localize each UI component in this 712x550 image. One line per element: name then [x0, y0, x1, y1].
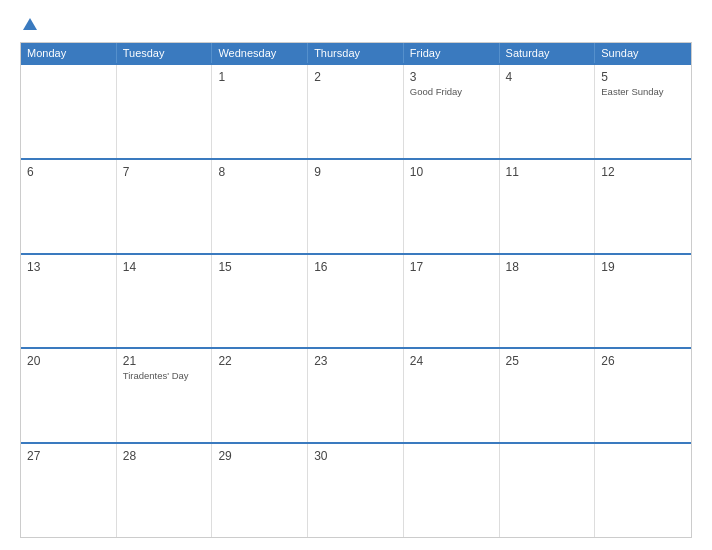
- holiday-label: Tiradentes' Day: [123, 370, 206, 382]
- day-number: 11: [506, 165, 589, 179]
- cal-cell: 17: [404, 255, 500, 348]
- day-number: 22: [218, 354, 301, 368]
- week-row-5: 27282930: [21, 442, 691, 537]
- cal-cell: [21, 65, 117, 158]
- header-cell-monday: Monday: [21, 43, 117, 63]
- cal-cell: 6: [21, 160, 117, 253]
- cal-cell: 2: [308, 65, 404, 158]
- day-number: 28: [123, 449, 206, 463]
- cal-cell: 12: [595, 160, 691, 253]
- header-cell-wednesday: Wednesday: [212, 43, 308, 63]
- day-number: 14: [123, 260, 206, 274]
- header-cell-sunday: Sunday: [595, 43, 691, 63]
- day-number: 30: [314, 449, 397, 463]
- cal-cell: [117, 65, 213, 158]
- day-number: 25: [506, 354, 589, 368]
- day-number: 24: [410, 354, 493, 368]
- header-cell-friday: Friday: [404, 43, 500, 63]
- week-row-4: 2021Tiradentes' Day2223242526: [21, 347, 691, 442]
- day-number: 12: [601, 165, 685, 179]
- cal-cell: 30: [308, 444, 404, 537]
- cal-cell: 26: [595, 349, 691, 442]
- cal-cell: 3Good Friday: [404, 65, 500, 158]
- week-row-1: 123Good Friday45Easter Sunday: [21, 63, 691, 158]
- cal-cell: 4: [500, 65, 596, 158]
- cal-cell: 28: [117, 444, 213, 537]
- day-number: 1: [218, 70, 301, 84]
- day-number: 15: [218, 260, 301, 274]
- day-number: 3: [410, 70, 493, 84]
- cal-cell: 19: [595, 255, 691, 348]
- calendar-header-row: MondayTuesdayWednesdayThursdayFridaySatu…: [21, 43, 691, 63]
- cal-cell: 14: [117, 255, 213, 348]
- cal-cell: [500, 444, 596, 537]
- day-number: 26: [601, 354, 685, 368]
- day-number: 20: [27, 354, 110, 368]
- day-number: 7: [123, 165, 206, 179]
- day-number: 13: [27, 260, 110, 274]
- day-number: 6: [27, 165, 110, 179]
- cal-cell: 9: [308, 160, 404, 253]
- cal-cell: 11: [500, 160, 596, 253]
- cal-cell: 20: [21, 349, 117, 442]
- holiday-label: Easter Sunday: [601, 86, 685, 98]
- cal-cell: 7: [117, 160, 213, 253]
- cal-cell: 23: [308, 349, 404, 442]
- day-number: 4: [506, 70, 589, 84]
- week-row-3: 13141516171819: [21, 253, 691, 348]
- cal-cell: 27: [21, 444, 117, 537]
- cal-cell: 10: [404, 160, 500, 253]
- day-number: 23: [314, 354, 397, 368]
- day-number: 21: [123, 354, 206, 368]
- holiday-label: Good Friday: [410, 86, 493, 98]
- header-cell-thursday: Thursday: [308, 43, 404, 63]
- day-number: 9: [314, 165, 397, 179]
- calendar-body: 123Good Friday45Easter Sunday67891011121…: [21, 63, 691, 537]
- day-number: 29: [218, 449, 301, 463]
- day-number: 10: [410, 165, 493, 179]
- cal-cell: 8: [212, 160, 308, 253]
- cal-cell: 16: [308, 255, 404, 348]
- cal-cell: 22: [212, 349, 308, 442]
- day-number: 18: [506, 260, 589, 274]
- day-number: 19: [601, 260, 685, 274]
- calendar-page: MondayTuesdayWednesdayThursdayFridaySatu…: [0, 0, 712, 550]
- cal-cell: 29: [212, 444, 308, 537]
- logo-stack: [20, 18, 37, 32]
- cal-cell: 13: [21, 255, 117, 348]
- day-number: 8: [218, 165, 301, 179]
- calendar: MondayTuesdayWednesdayThursdayFridaySatu…: [20, 42, 692, 538]
- cal-cell: 1: [212, 65, 308, 158]
- cal-cell: 5Easter Sunday: [595, 65, 691, 158]
- logo: [20, 18, 37, 32]
- cal-cell: [404, 444, 500, 537]
- week-row-2: 6789101112: [21, 158, 691, 253]
- day-number: 2: [314, 70, 397, 84]
- cal-cell: 21Tiradentes' Day: [117, 349, 213, 442]
- header: [20, 18, 692, 32]
- cal-cell: 18: [500, 255, 596, 348]
- cal-cell: 15: [212, 255, 308, 348]
- logo-triangle-icon: [23, 18, 37, 30]
- day-number: 17: [410, 260, 493, 274]
- day-number: 5: [601, 70, 685, 84]
- header-cell-tuesday: Tuesday: [117, 43, 213, 63]
- cal-cell: 25: [500, 349, 596, 442]
- cal-cell: [595, 444, 691, 537]
- day-number: 27: [27, 449, 110, 463]
- logo-row1: [20, 18, 37, 32]
- cal-cell: 24: [404, 349, 500, 442]
- header-cell-saturday: Saturday: [500, 43, 596, 63]
- day-number: 16: [314, 260, 397, 274]
